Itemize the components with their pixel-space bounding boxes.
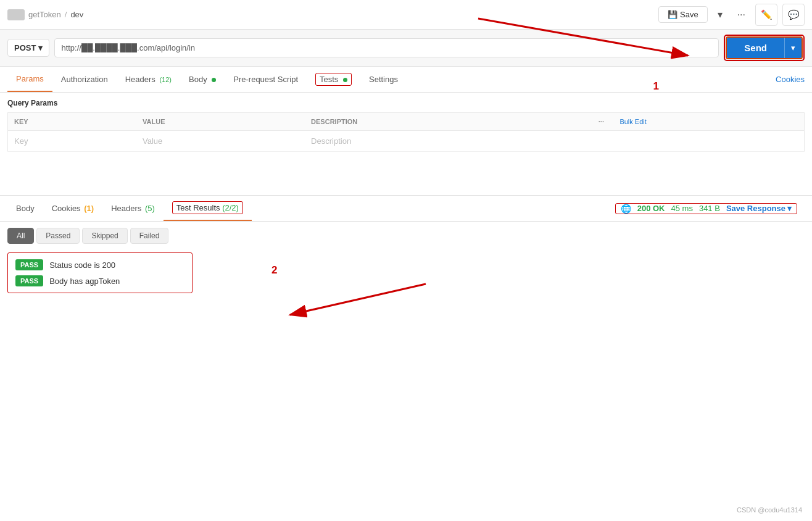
breadcrumb-separator: /	[65, 10, 67, 19]
rtab-headers[interactable]: Headers (5)	[102, 196, 164, 220]
tab-body-label: Body	[189, 75, 207, 84]
tab-headers-label: Headers	[125, 75, 158, 84]
globe-icon: 🌐	[621, 204, 631, 214]
response-status-area: 🌐 200 OK 45 ms 341 B Save Response ▾	[608, 203, 805, 214]
method-chevron-icon: ▾	[38, 43, 43, 52]
filter-skipped[interactable]: Skipped	[82, 228, 127, 244]
breadcrumb-name: getToken	[28, 10, 61, 19]
description-cell[interactable]: Description	[305, 131, 589, 152]
col-key: KEY	[8, 113, 137, 131]
rtab-headers-label: Headers	[111, 204, 141, 213]
test-results-count: (2/2)	[222, 203, 239, 212]
save-response-chevron: ▾	[787, 204, 792, 213]
svg-line-3	[290, 284, 426, 315]
watermark: CSDN @codu4u1314	[737, 506, 802, 514]
annotation-1: 1	[653, 80, 659, 93]
tab-prerequest-label: Pre-request Script	[233, 75, 298, 84]
test-results-box: Test Results (2/2)	[172, 201, 243, 214]
value-cell[interactable]: Value	[136, 131, 305, 152]
test-label-2: Body has agpToken	[49, 277, 120, 286]
filter-all[interactable]: All	[7, 228, 34, 244]
col-description: DESCRIPTION	[305, 113, 589, 131]
chevron-down-button[interactable]: ▾	[713, 6, 727, 23]
pass-badge-2: PASS	[15, 275, 43, 286]
tab-params-label: Params	[16, 74, 44, 83]
top-bar: getToken / dev 💾 Save ▾ ··· ✏️ 💬	[0, 0, 812, 30]
response-tabs-row: Body Cookies (1) Headers (5) Test Result…	[0, 195, 812, 222]
save-label: Save	[680, 10, 698, 19]
key-cell[interactable]: Key	[8, 131, 137, 152]
query-params-section: Query Params KEY VALUE DESCRIPTION ··· B…	[0, 93, 812, 158]
tab-body[interactable]: Body	[180, 67, 225, 91]
send-split-button: Send ▾	[726, 36, 803, 59]
body-dot	[212, 78, 216, 82]
save-button[interactable]: 💾 Save	[658, 6, 708, 23]
method-select[interactable]: POST ▾	[7, 39, 49, 57]
send-button-wrap: Send ▾	[724, 35, 805, 61]
cookies-link[interactable]: Cookies	[776, 67, 805, 91]
more-options-button[interactable]: ···	[732, 6, 750, 23]
edit-icon-button[interactable]: ✏️	[755, 4, 777, 26]
status-code: 200 OK	[637, 204, 665, 213]
rtab-cookies[interactable]: Cookies (1)	[43, 196, 102, 220]
test-results-panel: PASS Status code is 200 PASS Body has ag…	[7, 252, 193, 293]
url-input[interactable]	[54, 38, 719, 57]
tab-authorization[interactable]: Authorization	[52, 67, 117, 91]
url-bar: POST ▾ Send ▾	[0, 30, 812, 67]
table-row: Key Value Description	[8, 131, 805, 152]
save-response-label: Save Response	[726, 204, 785, 213]
rtab-cookies-label: Cookies	[52, 204, 81, 213]
test-label-1: Status code is 200	[49, 260, 115, 270]
rtab-test-results-label: Test Results	[176, 203, 222, 212]
status-size: 341 B	[699, 204, 720, 213]
tab-tests-label: Tests	[320, 75, 338, 84]
save-response-button[interactable]: Save Response ▾	[726, 204, 792, 213]
method-label: POST	[14, 43, 36, 52]
send-button[interactable]: Send	[727, 38, 784, 58]
tab-authorization-label: Authorization	[61, 75, 108, 84]
test-result-item-2: PASS Body has agpToken	[15, 275, 184, 286]
params-table: KEY VALUE DESCRIPTION ··· Bulk Edit Key …	[7, 112, 805, 152]
breadcrumb-env: dev	[70, 10, 83, 19]
pass-badge-1: PASS	[15, 259, 43, 270]
rtab-body-label: Body	[16, 204, 35, 213]
headers-badge: (12)	[159, 76, 172, 83]
tab-prerequest[interactable]: Pre-request Script	[225, 67, 307, 91]
rtab-body[interactable]: Body	[7, 196, 43, 220]
filter-passed[interactable]: Passed	[36, 228, 80, 244]
tab-settings-label: Settings	[369, 75, 398, 84]
test-result-item-1: PASS Status code is 200	[15, 259, 184, 270]
query-params-title: Query Params	[7, 99, 805, 107]
col-more: ···	[589, 113, 613, 131]
rtab-test-results[interactable]: Test Results (2/2)	[164, 196, 252, 221]
annotation-2: 2	[271, 264, 277, 277]
chat-icon-button[interactable]: 💬	[782, 4, 805, 26]
request-tabs-row: Params Authorization Headers (12) Body P…	[0, 67, 812, 93]
tab-tests[interactable]: Tests	[307, 67, 360, 91]
save-icon: 💾	[668, 10, 677, 19]
row-bulk-cell	[613, 131, 804, 152]
breadcrumb: getToken / dev	[7, 9, 653, 20]
spacer	[0, 158, 812, 195]
col-bulk-edit[interactable]: Bulk Edit	[613, 113, 804, 131]
tests-dot	[343, 78, 347, 82]
top-actions: 💾 Save ▾ ··· ✏️ 💬	[658, 4, 805, 26]
col-value: VALUE	[136, 113, 305, 131]
row-more-cell	[589, 131, 613, 152]
tab-settings[interactable]: Settings	[360, 67, 407, 91]
headers-response-badge: (5)	[145, 204, 155, 213]
send-dropdown-button[interactable]: ▾	[784, 38, 802, 58]
filter-failed[interactable]: Failed	[130, 228, 169, 244]
filter-tabs: All Passed Skipped Failed	[0, 222, 812, 250]
tests-box: Tests	[315, 73, 352, 86]
cookies-badge: (1)	[84, 204, 94, 213]
tab-params[interactable]: Params	[7, 67, 52, 92]
tab-headers[interactable]: Headers (12)	[117, 67, 180, 91]
response-status-box: 🌐 200 OK 45 ms 341 B Save Response ▾	[615, 203, 797, 214]
collection-icon	[7, 9, 25, 20]
status-time: 45 ms	[671, 204, 693, 213]
